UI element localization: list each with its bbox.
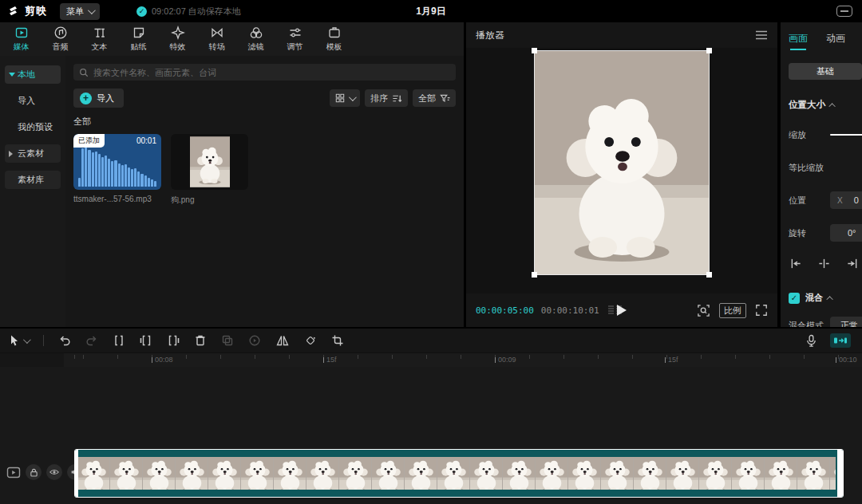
split-keep-right-icon[interactable] xyxy=(167,334,180,347)
main-track-icon[interactable] xyxy=(6,467,21,478)
rotate-input[interactable]: 0° xyxy=(830,224,862,242)
tab-adjust[interactable]: 调节 xyxy=(275,26,314,53)
project-title: 1月9日 xyxy=(416,0,445,22)
sidebar-item-stock[interactable]: 素材库 xyxy=(5,171,61,189)
search-bar[interactable] xyxy=(73,64,456,81)
media-item-image[interactable]: 狗.png xyxy=(171,134,248,206)
autosave-status: ✓ 09:02:07 自动保存本地 xyxy=(136,6,241,18)
mirror-icon[interactable] xyxy=(275,334,290,347)
split-keep-left-icon[interactable] xyxy=(140,334,152,347)
align-row xyxy=(790,258,862,270)
audio-thumbnail[interactable]: 已添加 00:01 xyxy=(73,134,161,190)
timeline-ruler[interactable]: 00:0815f00:0915f00:10 xyxy=(64,353,862,367)
filter-button[interactable]: 全部 xyxy=(413,89,456,107)
position-size-section[interactable]: 位置大小 xyxy=(789,99,862,111)
tab-audio[interactable]: 音频 xyxy=(41,26,80,53)
tab-sticker[interactable]: 贴纸 xyxy=(119,26,158,53)
clip-thumbnail xyxy=(732,457,765,490)
split-icon[interactable] xyxy=(113,334,125,347)
player-panel: 播放器 00:00:05:00 00:00:10:01 xyxy=(466,22,777,327)
align-center-icon[interactable] xyxy=(818,258,830,270)
eye-icon xyxy=(49,467,60,478)
expand-icon[interactable] xyxy=(755,304,768,317)
video-clip[interactable] xyxy=(74,449,844,498)
select-tool-button[interactable] xyxy=(8,334,29,347)
lock-button[interactable] xyxy=(26,464,42,480)
align-left-icon[interactable] xyxy=(790,258,802,270)
ratio-button[interactable]: 比例 xyxy=(719,303,746,318)
clip-thumbnail xyxy=(110,457,143,490)
freeze-frame-icon[interactable] xyxy=(248,334,261,347)
clip-thumbnail xyxy=(666,457,699,490)
position-x-input[interactable]: X 0 xyxy=(830,191,862,209)
search-input[interactable] xyxy=(93,68,450,77)
tab-template[interactable]: 模板 xyxy=(314,26,354,53)
app-logo-icon xyxy=(8,5,21,18)
tab-animation[interactable]: 动画 xyxy=(826,32,845,50)
sort-button[interactable]: 排序 xyxy=(365,89,408,107)
sidebar-item-cloud[interactable]: 云素材 xyxy=(5,144,61,163)
tab-effects[interactable]: 特效 xyxy=(158,26,197,53)
resize-handle[interactable] xyxy=(532,48,537,53)
checkbox-checked-icon[interactable]: ✓ xyxy=(789,293,800,304)
clip-thumbnail xyxy=(536,457,568,490)
basic-segment-button[interactable]: 基础 xyxy=(789,63,862,80)
text-icon xyxy=(93,26,107,40)
capcut-app: 剪映 菜单 ✓ 09:02:07 自动保存本地 1月9日 媒体 音频 xyxy=(0,0,862,504)
clip-thumbnail xyxy=(601,457,634,490)
audio-duration: 00:01 xyxy=(136,136,156,145)
autosave-text: 09:02:07 自动保存本地 xyxy=(152,6,241,18)
effects-icon xyxy=(171,26,185,40)
media-icon xyxy=(14,26,29,40)
resize-handle[interactable] xyxy=(706,48,712,53)
clip-thumbnail xyxy=(797,457,830,490)
view-mode-button[interactable] xyxy=(330,89,360,107)
play-icon[interactable] xyxy=(617,305,627,316)
redo-icon[interactable] xyxy=(85,334,98,347)
focus-icon[interactable] xyxy=(697,304,710,317)
player-canvas[interactable] xyxy=(466,48,777,293)
tab-picture[interactable]: 画面 xyxy=(789,32,808,50)
tab-filter[interactable]: 滤镜 xyxy=(236,26,275,53)
record-voiceover-icon[interactable] xyxy=(805,334,817,348)
transition-icon xyxy=(210,26,224,40)
media-item-audio[interactable]: 已添加 00:01 ttsmaker-...57-56.mp3 xyxy=(73,134,161,206)
crop-icon[interactable] xyxy=(331,334,344,347)
image-filename: 狗.png xyxy=(171,195,248,206)
audio-filename: ttsmaker-...57-56.mp3 xyxy=(73,195,161,203)
delete-icon[interactable] xyxy=(194,334,207,347)
copy-icon[interactable] xyxy=(221,334,234,347)
align-right-icon[interactable] xyxy=(846,258,858,270)
import-button[interactable]: + 导入 xyxy=(73,89,124,108)
sidebar-item-presets[interactable]: 我的预设 xyxy=(5,118,61,136)
resize-handle[interactable] xyxy=(532,272,537,278)
panel-layout-icon[interactable] xyxy=(836,6,852,17)
ruler-label: 15f xyxy=(323,356,337,364)
undo-icon[interactable] xyxy=(58,334,71,347)
tab-transition[interactable]: 转场 xyxy=(197,26,236,53)
blend-section[interactable]: ✓ 混合 xyxy=(789,292,862,304)
scale-slider[interactable] xyxy=(830,134,862,136)
timeline-tracks[interactable] xyxy=(0,367,862,504)
sidebar-item-local[interactable]: 本地 xyxy=(5,65,61,84)
rotate-icon[interactable] xyxy=(304,334,317,347)
preview-frame[interactable] xyxy=(535,51,709,274)
trim-handle-right[interactable] xyxy=(837,450,843,497)
menu-button[interactable]: 菜单 xyxy=(60,3,100,20)
hamburger-menu-icon[interactable] xyxy=(755,30,768,40)
tab-text[interactable]: 文本 xyxy=(80,26,119,53)
image-thumbnail[interactable] xyxy=(171,134,248,190)
trim-handle-left[interactable] xyxy=(75,450,78,497)
clip-thumbnail xyxy=(765,457,797,490)
sidebar-item-import[interactable]: 导入 xyxy=(5,92,61,110)
tab-media[interactable]: 媒体 xyxy=(2,26,41,53)
player-title: 播放器 xyxy=(476,29,504,42)
hide-button[interactable] xyxy=(46,464,62,480)
snap-toggle-icon[interactable] xyxy=(830,333,851,348)
section-label: 全部 xyxy=(73,116,456,128)
resize-handle[interactable] xyxy=(706,272,712,278)
audio-waveform xyxy=(78,145,156,187)
clip-thumbnail xyxy=(634,457,666,490)
lock-icon xyxy=(29,467,39,478)
blend-mode-select[interactable]: 正常 xyxy=(830,317,862,327)
